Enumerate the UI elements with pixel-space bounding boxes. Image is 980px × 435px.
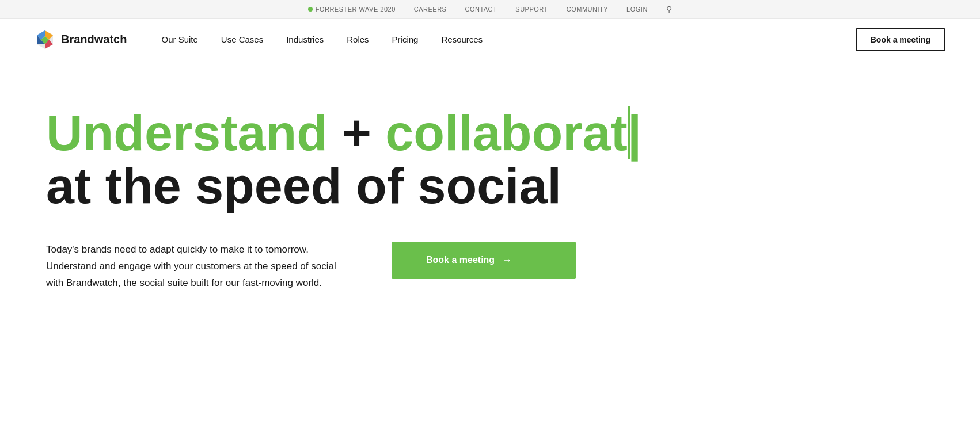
- contact-link[interactable]: CONTACT: [465, 6, 497, 13]
- hero-bottom: Today's brands need to adapt quickly to …: [46, 242, 934, 292]
- hero-section: Understand + collaborat| at the speed of…: [0, 60, 980, 326]
- careers-link[interactable]: CAREERS: [414, 6, 447, 13]
- nav-link-use-cases[interactable]: Use Cases: [221, 35, 263, 44]
- nav-link-industries[interactable]: Industries: [286, 35, 324, 44]
- hero-headline-plus: +: [328, 104, 385, 161]
- book-meeting-nav-button[interactable]: Book a meeting: [856, 28, 945, 51]
- brandwatch-logo-icon: [35, 29, 55, 50]
- logo-area[interactable]: Brandwatch: [35, 29, 127, 50]
- hero-headline: Understand + collaborat| at the speed of…: [46, 106, 934, 213]
- hero-headline-understand: Understand: [46, 104, 328, 161]
- nav-link-resources[interactable]: Resources: [441, 35, 483, 44]
- top-bar: FORRESTER WAVE 2020 CAREERS CONTACT SUPP…: [0, 0, 980, 19]
- hero-headline-speed: at the speed of social: [46, 157, 561, 214]
- hero-cta-button[interactable]: Book a meeting →: [392, 242, 576, 279]
- support-link[interactable]: SUPPORT: [515, 6, 548, 13]
- forrester-dot: [308, 7, 313, 12]
- hero-headline-collaborate: collaborat|: [385, 104, 630, 161]
- logo-text: Brandwatch: [61, 33, 127, 46]
- forrester-link[interactable]: FORRESTER WAVE 2020: [308, 6, 396, 13]
- nav-link-our-suite[interactable]: Our Suite: [161, 35, 197, 44]
- nav-links: Our Suite Use Cases Industries Roles Pri…: [161, 35, 855, 44]
- hero-body-text: Today's brands need to adapt quickly to …: [46, 242, 345, 292]
- search-icon[interactable]: ⚲: [666, 5, 673, 14]
- nav-link-roles[interactable]: Roles: [347, 35, 369, 44]
- forrester-label: FORRESTER WAVE 2020: [316, 6, 396, 13]
- nav-link-pricing[interactable]: Pricing: [392, 35, 419, 44]
- login-link[interactable]: LOGIN: [626, 6, 648, 13]
- hero-cta-label: Book a meeting: [426, 255, 495, 265]
- community-link[interactable]: COMMUNITY: [567, 6, 608, 13]
- arrow-right-icon: →: [502, 254, 512, 266]
- main-nav: Brandwatch Our Suite Use Cases Industrie…: [0, 19, 980, 60]
